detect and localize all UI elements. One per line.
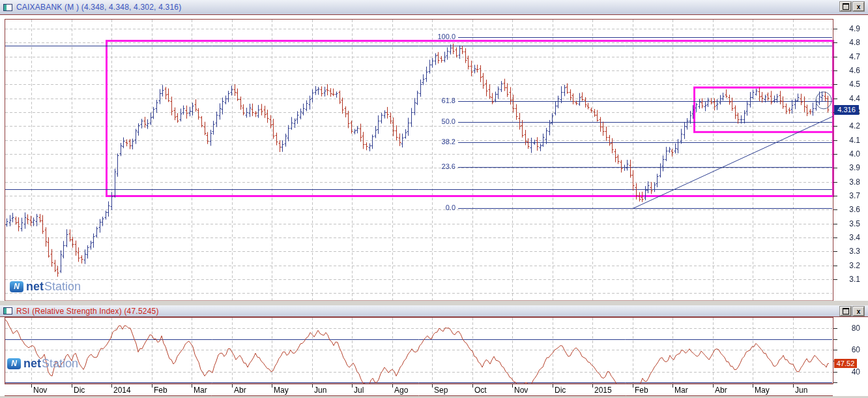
price-tick-label: 4.7 xyxy=(837,52,860,61)
close-button[interactable]: x xyxy=(853,2,864,11)
price-tick-label: 4.9 xyxy=(837,24,860,33)
logo-text-net: net xyxy=(26,280,44,294)
month-label: Feb xyxy=(154,386,167,395)
close-icon: x xyxy=(857,309,861,314)
month-label: Jun xyxy=(795,386,807,395)
netstation-logo-rsi: N net Station xyxy=(7,357,78,371)
rsi-close-button[interactable]: x xyxy=(853,307,864,316)
month-label: Dic xyxy=(74,386,85,395)
rsi-panel-title: RSI (Relative Strength Index) (47.5245) xyxy=(16,307,159,316)
month-label: 2014 xyxy=(113,386,131,395)
rsi-maximize-button[interactable] xyxy=(840,307,851,316)
price-tick-label: 3.7 xyxy=(837,191,860,200)
price-tick-label: 4.2 xyxy=(837,121,860,130)
month-label: May xyxy=(274,386,289,395)
indicator-window-icon xyxy=(3,307,12,314)
main-chart-titlebar[interactable]: CAIXABANK (M ) (4.348, 4.348, 4.302, 4.3… xyxy=(0,0,868,15)
price-tick-label: 3.3 xyxy=(837,247,860,256)
fib-level-label: 100.0 xyxy=(426,33,456,40)
price-tick-label: 3.1 xyxy=(837,275,860,284)
close-icon: x xyxy=(857,4,861,10)
rsi-tick-label: 80 xyxy=(837,324,860,333)
fib-level-label: 23.6 xyxy=(426,162,456,170)
month-label: Nov xyxy=(33,386,47,395)
month-label: Dic xyxy=(555,386,566,395)
price-tick-label: 3.8 xyxy=(837,177,860,187)
netstation-window: CAIXABANK (M ) (4.348, 4.348, 4.302, 4.3… xyxy=(0,0,868,398)
month-label: Mar xyxy=(674,386,688,395)
fib-level-label: 0.0 xyxy=(426,204,456,211)
price-tick-label: 3.5 xyxy=(837,219,860,228)
logo-text-station: Station xyxy=(42,357,78,371)
month-label: Jun xyxy=(314,386,326,395)
month-label: Nov xyxy=(514,386,528,395)
netstation-logo-main: N net Station xyxy=(10,280,81,294)
month-label: Mar xyxy=(194,386,207,395)
last-price-tag: 4.316 xyxy=(834,105,859,115)
logo-text-station: Station xyxy=(44,280,81,294)
chart-window-icon xyxy=(3,4,12,11)
price-tick-label: 4.6 xyxy=(837,66,860,75)
maximize-icon xyxy=(843,308,849,314)
price-tick-label: 4.1 xyxy=(837,136,860,145)
rsi-tick-label: 40 xyxy=(837,367,860,376)
price-tick-label: 3.9 xyxy=(837,163,860,172)
maximize-icon xyxy=(843,3,849,10)
month-label: Oct xyxy=(474,386,487,395)
price-tick-label: 3.4 xyxy=(837,233,860,242)
rsi-value-tag: 47.52 xyxy=(834,359,857,368)
rsi-tick-label: 60 xyxy=(837,345,860,354)
month-label: Abr xyxy=(234,386,246,395)
netstation-logo-icon: N xyxy=(7,358,21,369)
month-label: Sep xyxy=(434,386,448,395)
price-tick-label: 4.0 xyxy=(837,149,860,159)
chart-canvas[interactable] xyxy=(0,0,868,398)
logo-text-net: net xyxy=(23,357,41,371)
price-tick-label: 3.2 xyxy=(837,261,860,270)
month-label: May xyxy=(755,386,770,395)
month-label: 2015 xyxy=(594,386,612,395)
price-tick-label: 3.6 xyxy=(837,205,860,214)
main-chart-title: CAIXABANK (M ) (4.348, 4.348, 4.302, 4.3… xyxy=(16,3,181,12)
maximize-button[interactable] xyxy=(840,2,851,11)
netstation-logo-icon: N xyxy=(10,281,23,292)
fib-level-label: 61.8 xyxy=(426,97,456,104)
month-label: Feb xyxy=(635,386,648,395)
month-label: Abr xyxy=(715,386,727,395)
price-tick-label: 4.8 xyxy=(837,38,860,47)
rsi-panel-titlebar[interactable]: RSI (Relative Strength Index) (47.5245) … xyxy=(0,305,868,317)
fib-level-label: 38.2 xyxy=(426,138,456,145)
month-label: Jul xyxy=(354,386,364,395)
month-label: Ago xyxy=(394,386,408,395)
panel-separator[interactable] xyxy=(0,301,868,305)
price-tick-label: 4.5 xyxy=(837,80,860,89)
fib-level-label: 50.0 xyxy=(426,117,456,125)
price-tick-label: 4.4 xyxy=(837,94,860,103)
